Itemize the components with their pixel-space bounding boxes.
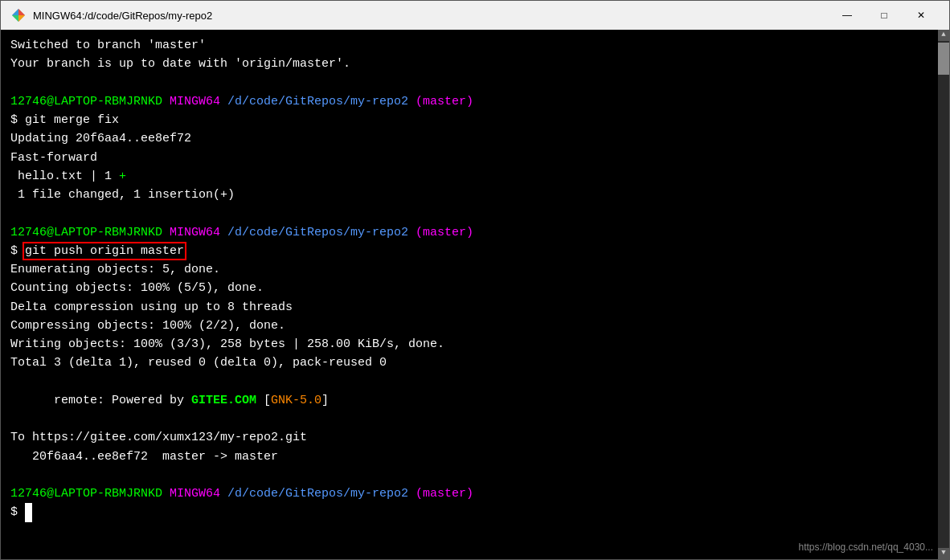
minimize-button[interactable]: — (829, 1, 866, 30)
line-count: Counting objects: 100% (5/5), done. (10, 279, 940, 297)
line-total: Total 3 (delta 1), reused 0 (delta 0), p… (10, 354, 940, 372)
maximize-button[interactable]: □ (866, 1, 903, 30)
scrollbar[interactable]: ▲ ▼ (938, 30, 949, 559)
prompt-dir-1: /d/code/GitRepos/my-repo2 (220, 95, 408, 108)
svg-marker-3 (18, 15, 25, 22)
prompt-branch-3: (master) (408, 487, 473, 501)
prompt-user-1: 12746@LAPTOP-RBMJRNKD (10, 95, 162, 108)
terminal-body[interactable]: Switched to branch 'master' Your branch … (1, 30, 949, 559)
line-hello: hello.txt | 1 + (10, 167, 940, 186)
prompt-line-1: 12746@LAPTOP-RBMJRNKD MINGW64 /d/code/Gi… (10, 92, 940, 111)
line-enum: Enumerating objects: 5, done. (10, 260, 940, 279)
line-2: Your branch is up to date with 'origin/m… (10, 55, 940, 73)
scrollbar-up-button[interactable]: ▲ (938, 30, 949, 41)
prompt-mingw-1: MINGW64 (170, 95, 220, 108)
scrollbar-down-button[interactable]: ▼ (938, 548, 949, 559)
watermark: https://blog.csdn.net/qq_4030... (799, 540, 933, 554)
gitee-brand: GITEE.COM (191, 394, 256, 407)
window-controls: — □ ✕ (829, 1, 940, 30)
prompt-dir-3: /d/code/GitRepos/my-repo2 (220, 487, 408, 501)
prompt-dir-2: /d/code/GitRepos/my-repo2 (220, 226, 408, 239)
git-push-command: git push origin master (25, 244, 184, 258)
close-button[interactable]: ✕ (903, 1, 940, 30)
line-empty-3 (10, 466, 940, 484)
line-3 (10, 74, 940, 92)
scrollbar-thumb[interactable] (938, 43, 949, 75)
prompt-mingw-2: MINGW64 (170, 226, 220, 239)
line-compress: Compressing objects: 100% (2/2), done. (10, 317, 940, 335)
line-to: To https://gitee.com/xumx123/my-repo2.gi… (10, 428, 940, 447)
prompt-branch-2: (master) (408, 226, 473, 239)
line-updating: Updating 20f6aa4..ee8ef72 (10, 129, 940, 148)
line-gitee: remote: Powered by GITEE.COM [GNK-5.0] (10, 373, 940, 429)
line-filechanged: 1 file changed, 1 insertion(+) (10, 186, 940, 204)
window-title: MINGW64:/d/code/GitRepos/my-repo2 (33, 10, 829, 22)
line-1: Switched to branch 'master' (10, 36, 940, 55)
line-ref: 20f6aa4..ee8ef72 master -> master (10, 448, 940, 466)
cursor (25, 503, 32, 521)
prompt-line-3: 12746@LAPTOP-RBMJRNKD MINGW64 /d/code/Gi… (10, 484, 940, 503)
gnk-version: GNK-5.0 (271, 394, 321, 407)
line-fastforward: Fast-forward (10, 149, 940, 167)
svg-marker-4 (12, 15, 18, 22)
prompt-mingw-3: MINGW64 (170, 487, 220, 501)
prompt-user-3: 12746@LAPTOP-RBMJRNKD (10, 487, 162, 501)
terminal-window: MINGW64:/d/code/GitRepos/my-repo2 — □ ✕ … (0, 0, 950, 560)
line-git-push: $ git push origin master (10, 242, 940, 260)
prompt-line-2: 12746@LAPTOP-RBMJRNKD MINGW64 /d/code/Gi… (10, 223, 940, 242)
line-delta: Delta compression using up to 8 threads (10, 298, 940, 317)
line-cursor: $ (10, 503, 940, 521)
prompt-user-2: 12746@LAPTOP-RBMJRNKD (10, 226, 162, 239)
prompt-branch-1: (master) (408, 95, 473, 108)
app-icon (10, 7, 27, 23)
line-writing: Writing objects: 100% (3/3), 258 bytes |… (10, 335, 940, 354)
line-cmd-merge: $ git merge fix (10, 111, 940, 129)
line-empty-2 (10, 204, 940, 223)
scrollbar-track (938, 41, 949, 548)
title-bar: MINGW64:/d/code/GitRepos/my-repo2 — □ ✕ (1, 1, 949, 30)
